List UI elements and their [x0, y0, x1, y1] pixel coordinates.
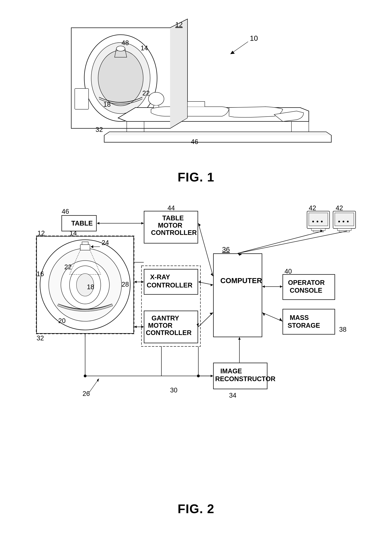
svg-point-5	[148, 92, 164, 106]
fig2-drawing: 12 14 16 18 20 22 24 26 28 30 32 TABLE 4…	[31, 202, 361, 497]
svg-marker-112	[279, 318, 282, 321]
svg-text:48: 48	[122, 39, 129, 46]
svg-marker-119	[238, 337, 241, 340]
svg-text:34: 34	[229, 392, 236, 399]
svg-text:20: 20	[58, 317, 66, 324]
svg-line-114	[238, 231, 323, 253]
svg-text:CONTROLLER: CONTROLLER	[151, 229, 197, 236]
svg-marker-110	[262, 285, 265, 288]
svg-point-85	[338, 221, 340, 222]
svg-text:16: 16	[37, 270, 44, 277]
svg-text:12: 12	[175, 21, 183, 28]
svg-point-87	[347, 221, 349, 222]
svg-text:TABLE: TABLE	[162, 215, 184, 222]
svg-text:42: 42	[336, 204, 343, 212]
svg-text:X-RAY: X-RAY	[150, 273, 170, 281]
svg-rect-75	[309, 213, 328, 226]
svg-text:40: 40	[285, 268, 292, 275]
svg-text:CONTROLLER: CONTROLLER	[146, 329, 192, 336]
svg-text:18: 18	[103, 101, 111, 108]
svg-text:CONSOLE: CONSOLE	[290, 287, 322, 294]
svg-marker-106	[141, 326, 144, 328]
svg-rect-24	[82, 242, 88, 245]
svg-point-79	[317, 221, 318, 222]
svg-rect-82	[335, 213, 354, 226]
svg-text:46: 46	[191, 138, 198, 145]
svg-text:MOTOR: MOTOR	[158, 222, 182, 229]
fig1-drawing: 10 12 14 18 22 32 46 48	[57, 10, 335, 167]
svg-text:MOTOR: MOTOR	[148, 322, 173, 329]
svg-text:36: 36	[222, 246, 230, 253]
svg-text:CONTROLLER: CONTROLLER	[147, 282, 192, 289]
svg-text:10: 10	[250, 34, 258, 42]
svg-text:18: 18	[87, 283, 94, 291]
svg-marker-113	[262, 313, 265, 316]
svg-text:GANTRY: GANTRY	[151, 315, 179, 322]
svg-marker-98	[198, 281, 201, 283]
page-container: 10 12 14 18 22 32 46 48 FIG. 1	[0, 0, 392, 543]
svg-text:MASS: MASS	[290, 314, 309, 321]
svg-text:46: 46	[62, 208, 69, 215]
svg-point-2	[98, 50, 143, 106]
svg-text:OPERATOR: OPERATOR	[288, 279, 325, 286]
svg-marker-104	[134, 281, 137, 283]
fig1-section: 10 12 14 18 22 32 46 48 FIG. 1	[0, 0, 392, 195]
svg-marker-97	[211, 284, 213, 286]
svg-marker-91	[141, 222, 144, 225]
svg-marker-95	[198, 223, 201, 226]
svg-marker-107	[134, 326, 137, 328]
svg-text:IMAGE: IMAGE	[220, 368, 242, 375]
svg-text:RECONSTRUCTOR: RECONSTRUCTOR	[215, 375, 275, 383]
svg-text:26: 26	[83, 390, 90, 397]
svg-text:42: 42	[309, 204, 316, 212]
svg-rect-76	[311, 228, 325, 231]
svg-line-111	[262, 313, 282, 321]
svg-point-3	[116, 46, 125, 51]
svg-text:24: 24	[102, 239, 109, 246]
fig1-caption: FIG. 1	[178, 170, 214, 184]
svg-marker-100	[210, 313, 213, 315]
svg-line-117	[238, 231, 347, 253]
svg-marker-103	[141, 281, 144, 283]
svg-text:32: 32	[95, 126, 103, 133]
svg-point-80	[321, 221, 323, 222]
svg-marker-94	[211, 273, 213, 276]
svg-rect-83	[337, 228, 351, 231]
svg-text:TABLE: TABLE	[71, 220, 93, 227]
svg-marker-109	[280, 285, 282, 288]
svg-text:STORAGE: STORAGE	[288, 322, 320, 329]
svg-text:22: 22	[142, 90, 150, 97]
svg-text:14: 14	[141, 44, 148, 52]
svg-rect-4	[75, 89, 89, 109]
svg-text:12: 12	[37, 230, 45, 237]
svg-text:32: 32	[37, 334, 44, 342]
svg-text:38: 38	[339, 326, 346, 333]
fig2-section: 12 14 16 18 20 22 24 26 28 30 32 TABLE 4…	[0, 195, 392, 516]
svg-line-93	[198, 223, 213, 276]
svg-point-86	[343, 221, 344, 222]
svg-marker-92	[97, 222, 99, 225]
svg-text:22: 22	[64, 263, 72, 271]
svg-rect-23	[80, 245, 90, 250]
svg-text:28: 28	[122, 281, 129, 288]
svg-point-78	[312, 221, 314, 222]
svg-point-123	[84, 374, 87, 377]
svg-text:30: 30	[170, 386, 177, 394]
svg-text:COMPUTER: COMPUTER	[220, 277, 262, 285]
svg-rect-59	[213, 254, 262, 337]
svg-marker-39	[97, 379, 99, 382]
svg-text:44: 44	[168, 204, 175, 212]
fig2-caption: FIG. 2	[178, 502, 214, 516]
svg-point-129	[197, 374, 200, 377]
